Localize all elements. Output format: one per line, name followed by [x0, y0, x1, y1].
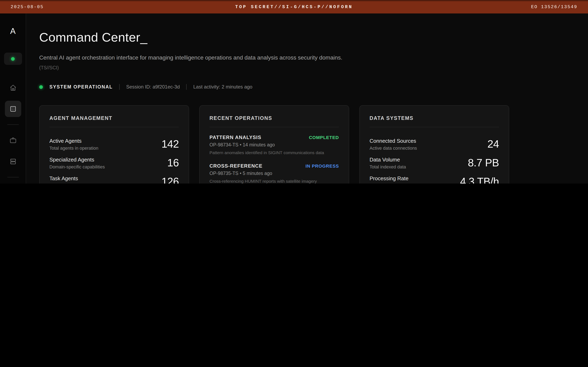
banner-classification: TOP SECRET//SI-G/HCS-P//NOFORN — [0, 4, 588, 9]
sidebar-item-command-center[interactable] — [5, 101, 21, 117]
sidebar-item-data-stack[interactable] — [5, 153, 21, 170]
stat-row: Specialized AgentsDomain-specific capabi… — [49, 153, 179, 172]
status-dot-icon — [39, 85, 43, 89]
data-systems-stats: Connected SourcesActive data connections… — [370, 134, 499, 184]
stat-label: Connected Sources — [370, 138, 417, 144]
main-content: Command Center_ Central AI agent orchest… — [26, 13, 588, 184]
operation-name: PATTERN ANALYSIS — [209, 134, 261, 140]
page-title: Command Center_ — [39, 30, 509, 45]
server-icon — [9, 158, 17, 165]
recent-operations-card: RECENT OPERATIONS PATTERN ANALYSISCOMPLE… — [199, 105, 349, 184]
grid-icon — [9, 105, 17, 113]
operation-head: PATTERN ANALYSISCOMPLETED — [209, 134, 339, 140]
stat-text: Specialized AgentsDomain-specific capabi… — [49, 156, 105, 169]
operation-item: CROSS-REFERENCEIN PROGRESSOP-98735-TS • … — [209, 163, 339, 184]
app-logo[interactable]: A — [10, 26, 16, 36]
system-status-label: SYSTEM OPERATIONAL — [49, 84, 113, 89]
stat-sublabel: Single-purpose utilities — [49, 183, 95, 184]
stat-value: 16 — [167, 156, 179, 169]
stat-sublabel: Total agents in operation — [49, 145, 98, 150]
stat-value: 4.3 TB/h — [460, 175, 499, 184]
stat-value: 8.7 PB — [468, 156, 499, 169]
stat-sublabel: Active data connections — [370, 145, 417, 150]
operation-description: Pattern anomalies identified in SIGINT c… — [209, 150, 339, 155]
stat-label: Data Volume — [370, 156, 406, 162]
system-status-row: SYSTEM OPERATIONAL Session ID: a9f201ec-… — [39, 84, 509, 90]
data-systems-card: DATA SYSTEMS Connected SourcesActive dat… — [359, 105, 509, 184]
subtitle-text: Central AI agent orchestration interface… — [39, 54, 342, 61]
stat-value: 126 — [162, 175, 179, 184]
stat-value: 142 — [162, 138, 179, 150]
stat-label: Specialized Agents — [49, 156, 105, 162]
stat-sublabel: Total indexed data — [370, 164, 406, 169]
classification-banner-top: 2025-08-05 TOP SECRET//SI-G/HCS-P//NOFOR… — [0, 0, 588, 13]
divider — [186, 84, 187, 90]
operation-item: PATTERN ANALYSISCOMPLETEDOP-98734-TS • 1… — [209, 134, 339, 155]
page-subtitle: Central AI agent orchestration interface… — [39, 53, 354, 73]
stat-label: Processing Rate — [370, 175, 408, 181]
sidebar-status-tile — [4, 53, 22, 65]
stat-row: Task AgentsSingle-purpose utilities126 — [49, 172, 179, 184]
agent-management-card: AGENT MANAGEMENT Active AgentsTotal agen… — [39, 105, 189, 184]
subtitle-classification-tag: (TS//SCI) — [39, 65, 59, 70]
stat-label: Task Agents — [49, 175, 95, 181]
sidebar-item-home[interactable] — [5, 80, 21, 96]
stat-text: Active AgentsTotal agents in operation — [49, 138, 98, 150]
stat-row: Processing RateCurrent throughput4.3 TB/… — [370, 172, 499, 184]
stat-text: Task AgentsSingle-purpose utilities — [49, 175, 95, 184]
status-dot-icon — [11, 57, 15, 60]
briefcase-icon — [9, 137, 17, 144]
card-title: AGENT MANAGEMENT — [49, 115, 179, 127]
stat-row: Data VolumeTotal indexed data8.7 PB — [370, 153, 499, 172]
stat-row: Connected SourcesActive data connections… — [370, 134, 499, 153]
stat-sublabel: Domain-specific capabilities — [49, 164, 105, 169]
operation-meta: OP-98735-TS • 5 minutes ago — [209, 171, 339, 176]
last-activity: Last activity: 2 minutes ago — [193, 84, 252, 90]
operation-status-badge: COMPLETED — [309, 135, 339, 140]
sidebar-item-operations[interactable] — [5, 132, 21, 149]
divider — [119, 84, 120, 90]
app: 2025-08-05 TOP SECRET//SI-G/HCS-P//NOFOR… — [0, 0, 588, 184]
operation-head: CROSS-REFERENCEIN PROGRESS — [209, 163, 339, 169]
stat-text: Connected SourcesActive data connections — [370, 138, 417, 150]
card-title: DATA SYSTEMS — [370, 115, 499, 127]
sidebar-divider — [7, 177, 18, 177]
operation-name: CROSS-REFERENCE — [209, 163, 262, 169]
operation-status-badge: IN PROGRESS — [305, 164, 339, 168]
home-icon — [9, 84, 17, 91]
stat-row: Active AgentsTotal agents in operation14… — [49, 134, 179, 153]
operations-list: PATTERN ANALYSISCOMPLETEDOP-98734-TS • 1… — [209, 134, 339, 184]
stat-text: Processing RateCurrent throughput — [370, 175, 408, 184]
operation-meta: OP-98734-TS • 14 minutes ago — [209, 142, 339, 147]
stat-label: Active Agents — [49, 138, 98, 144]
agent-management-stats: Active AgentsTotal agents in operation14… — [49, 134, 179, 184]
session-id: Session ID: a9f201ec-3d — [126, 84, 180, 90]
sidebar: A N — [0, 13, 26, 184]
stat-value: 24 — [487, 138, 499, 150]
sidebar-nav — [5, 80, 21, 184]
sidebar-divider — [7, 124, 18, 125]
card-title: RECENT OPERATIONS — [209, 115, 339, 127]
operation-description: Cross-referencing HUMINT reports with sa… — [209, 179, 339, 184]
stat-sublabel: Current throughput — [370, 183, 408, 184]
stat-text: Data VolumeTotal indexed data — [370, 156, 406, 169]
dashboard-cards: AGENT MANAGEMENT Active AgentsTotal agen… — [39, 105, 509, 184]
